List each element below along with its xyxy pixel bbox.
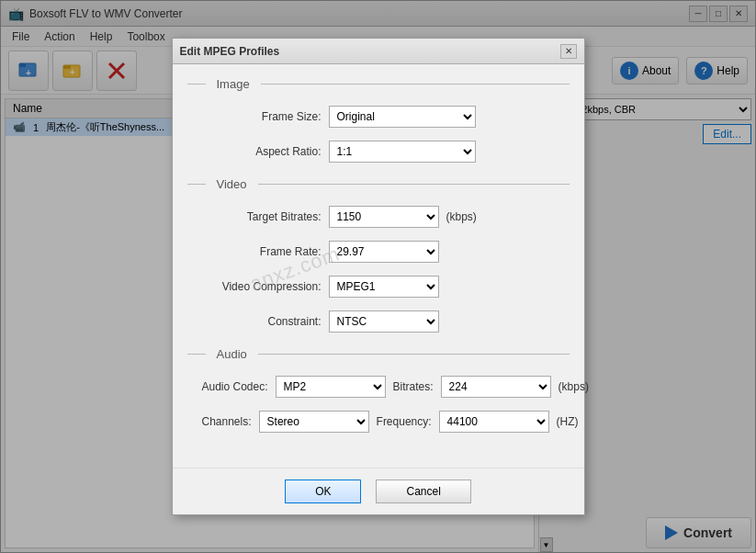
dialog-close-button[interactable]: ✕	[560, 44, 577, 59]
video-compression-label: Video Compression:	[202, 280, 322, 293]
channels-select[interactable]: Stereo Mono	[259, 411, 369, 433]
target-bitrates-label: Target Bitrates:	[202, 210, 322, 223]
audio-section-divider: Audio	[187, 347, 570, 361]
dialog-footer: OK Cancel	[173, 468, 584, 514]
video-compression-row: Video Compression: MPEG1 MPEG2	[202, 276, 570, 298]
video-compression-select[interactable]: MPEG1 MPEG2	[329, 276, 439, 298]
target-bitrates-select[interactable]: 1150 512 768 2000	[329, 206, 439, 228]
frame-size-row: Frame Size: Original 320x240 640x480 128…	[202, 106, 570, 128]
cancel-button[interactable]: Cancel	[376, 480, 470, 503]
image-line-right	[261, 84, 570, 85]
frequency-label: Frequency:	[377, 415, 432, 428]
target-bitrates-row: Target Bitrates: 1150 512 768 2000 (kbps…	[202, 206, 570, 228]
audio-codec-label: Audio Codec:	[202, 380, 268, 393]
audio-section-label: Audio	[213, 347, 251, 361]
audio-bitrates-label: Bitrates:	[393, 380, 434, 393]
bitrates-unit: (kbps)	[446, 210, 477, 223]
channels-label: Channels:	[202, 415, 252, 428]
frequency-unit: (HZ)	[557, 415, 579, 428]
dialog-title: Edit MPEG Profiles	[180, 45, 280, 58]
audio-bitrates-select[interactable]: 224 128 192 256 320	[441, 376, 551, 398]
aspect-ratio-label: Aspect Ratio:	[202, 145, 322, 158]
modal-overlay: Edit MPEG Profiles ✕ Image Frame Size: O…	[0, 0, 756, 553]
dialog-title-bar: Edit MPEG Profiles ✕	[173, 39, 584, 64]
image-section-label: Image	[213, 77, 254, 91]
dialog-content: Image Frame Size: Original 320x240 640x4…	[173, 64, 584, 468]
constraint-row: Constraint: NTSC PAL	[202, 310, 570, 333]
aspect-ratio-select[interactable]: 1:1 4:3 16:9	[329, 141, 476, 163]
frame-rate-select[interactable]: 29.97 23.976 25 30	[329, 241, 439, 263]
audio-line-left	[187, 354, 206, 355]
frame-rate-label: Frame Rate:	[202, 245, 322, 258]
video-line-left	[187, 184, 206, 185]
image-section-divider: Image	[187, 77, 570, 91]
image-line-left	[187, 84, 206, 85]
video-section-divider: Video	[187, 177, 570, 191]
frame-size-label: Frame Size:	[202, 110, 322, 123]
audio-codec-select[interactable]: MP2 MP3 AAC	[276, 376, 386, 398]
aspect-ratio-row: Aspect Ratio: 1:1 4:3 16:9	[202, 141, 570, 163]
frequency-select[interactable]: 44100 22050 48000	[439, 411, 549, 433]
ok-button[interactable]: OK	[285, 480, 361, 503]
audio-line-right	[258, 354, 570, 355]
audio-bitrates-unit: (kbps)	[559, 380, 589, 393]
constraint-label: Constraint:	[202, 315, 322, 328]
constraint-select[interactable]: NTSC PAL	[329, 310, 439, 333]
edit-mpeg-dialog: Edit MPEG Profiles ✕ Image Frame Size: O…	[172, 38, 585, 515]
video-line-right	[258, 184, 570, 185]
frame-size-select[interactable]: Original 320x240 640x480 1280x720	[329, 106, 476, 128]
audio-codec-bitrates-row: Audio Codec: MP2 MP3 AAC Bitrates: 224 1…	[202, 376, 570, 398]
frame-rate-row: Frame Rate: 29.97 23.976 25 30	[202, 241, 570, 263]
channels-frequency-row: Channels: Stereo Mono Frequency: 44100 2…	[202, 411, 570, 433]
video-section-label: Video	[213, 177, 251, 191]
